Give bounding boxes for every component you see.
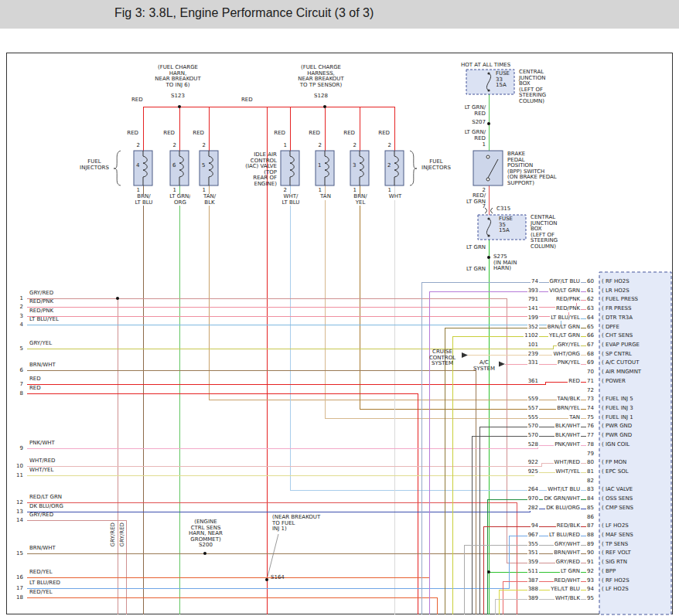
pin-wire-number: 239 bbox=[527, 352, 539, 358]
injector-feed-wire-label: RED bbox=[159, 131, 175, 137]
pin-number: 68 bbox=[586, 352, 595, 358]
stub-number: 16 bbox=[11, 575, 23, 581]
pin-wire-color: RED/PNK bbox=[555, 297, 581, 303]
pin-wire-color: RED/BLK bbox=[556, 523, 581, 529]
pcm-pin-label: ( DPFE bbox=[602, 325, 670, 331]
pin-number: 79 bbox=[586, 451, 595, 458]
stub-wire-label: RED/PNK bbox=[29, 299, 54, 305]
c315-pin-number: 7 bbox=[478, 204, 486, 210]
pin-wire-color: RED/WHT bbox=[554, 578, 582, 584]
stub-wire-label: RED bbox=[29, 376, 42, 383]
s207-label: S207 bbox=[466, 120, 486, 126]
pcm-pin-label: ( CHT SENS bbox=[602, 333, 670, 339]
stub-number: 18 bbox=[11, 595, 23, 601]
injector-feed-wire-label: RED bbox=[340, 131, 355, 137]
stub-number: 2 bbox=[11, 305, 23, 311]
pin-number: 64 bbox=[586, 315, 595, 322]
bus-wire-label: RED bbox=[241, 97, 260, 104]
stub-number: 14 bbox=[11, 518, 23, 524]
stub-number: 3 bbox=[11, 314, 23, 320]
c315-label: C315 bbox=[496, 206, 520, 213]
pcm-pin-label: ( FUEL INJ 1 bbox=[602, 415, 670, 421]
pin-wire-color: LT GRN bbox=[560, 569, 581, 575]
injector-number: 4 bbox=[136, 163, 139, 169]
s200-note: (ENGINE CTRL SENS HARN, NEAR GROMMET) S2… bbox=[186, 519, 226, 549]
pcm-pin-label: ( POWER bbox=[602, 379, 670, 385]
pin-number: 71 bbox=[586, 379, 595, 385]
pin-wire-color: WHT/BLK bbox=[554, 596, 581, 602]
stub-wire-label: RED/PNK bbox=[29, 308, 54, 315]
injector-wire-color: TAN bbox=[306, 194, 345, 200]
wire-label-ltgrn-red: LT GRN/ RED bbox=[453, 130, 486, 141]
stub-wire-label: RED/YEL bbox=[29, 590, 53, 596]
pcm-pin-label: ( IAC VALVE bbox=[602, 487, 670, 493]
pin-number: 87 bbox=[586, 523, 595, 529]
pin-number: 73 bbox=[586, 396, 595, 403]
fuel-injectors-label-right: FUEL INJECTORS bbox=[418, 159, 455, 171]
pin-wire-number: 199 bbox=[527, 315, 539, 322]
pin-wire-number: 264 bbox=[527, 487, 539, 493]
pcm-pin-label: ( A/C CUTOUT bbox=[602, 360, 670, 366]
pin-number: 83 bbox=[586, 487, 595, 493]
central-junction-box-label: CENTRAL JUNCTION BOX (LEFT OF STEERING C… bbox=[519, 70, 567, 105]
stub-wire-label: LT BLU/YEL bbox=[29, 317, 60, 323]
pin-wire-color: RED bbox=[568, 379, 581, 385]
stub-number: 11 bbox=[11, 473, 23, 479]
pin-number: 61 bbox=[586, 288, 595, 294]
pin-wire-number: 351 bbox=[527, 550, 539, 556]
pin-wire-color: GRY/YEL bbox=[557, 342, 581, 349]
pin-number: 90 bbox=[586, 550, 595, 556]
pcm-pin-label: ( MAF SENS bbox=[602, 533, 670, 539]
page: Fig 3: 3.8L, Engine Performance Circuit … bbox=[0, 0, 679, 616]
pin-wire-color: DK GRN/WHT bbox=[543, 496, 581, 502]
s123-label: S123 bbox=[161, 94, 195, 100]
pin-number: 76 bbox=[586, 424, 595, 430]
pin-wire-number: 352 bbox=[527, 325, 539, 331]
pin-wire-color: TAN bbox=[568, 415, 581, 421]
pin-wire-number: 528 bbox=[527, 442, 539, 448]
injector-feed-wire-label: RED bbox=[189, 131, 204, 137]
pin-number: 95 bbox=[586, 596, 595, 602]
bpp-pin-top: 1 bbox=[478, 142, 486, 148]
pin-wire-color: BLK/WHT bbox=[554, 424, 581, 430]
injector-number: 2 bbox=[387, 163, 391, 169]
pin-number: 65 bbox=[586, 325, 595, 331]
pcm-pin-label: ( RF HO2S bbox=[602, 279, 670, 285]
pcm-pin-label: ( FUEL INJ 5 bbox=[602, 396, 670, 403]
pin-wire-color: GRY/LT BLU bbox=[549, 279, 581, 285]
pin-wire-color: PNK/YEL bbox=[557, 360, 581, 366]
stub-number: 13 bbox=[11, 509, 23, 516]
pin-wire-color: WHT/ORG bbox=[552, 352, 581, 358]
pcm-pin-label: ( PWR GND bbox=[602, 424, 670, 430]
pin-wire-number: 355 bbox=[527, 542, 539, 548]
pin-wire-number: 387 bbox=[527, 578, 539, 584]
pin-number: 81 bbox=[586, 469, 595, 475]
pcm-pin-label: ( FUEL INJ 3 bbox=[602, 406, 670, 412]
pcm-pin-label: ( FR PRESS bbox=[602, 306, 670, 312]
pin-top-number: 2 bbox=[199, 143, 206, 149]
pin-wire-color: DK BLU/ORG bbox=[545, 505, 581, 512]
pin-number: 82 bbox=[586, 478, 595, 485]
pcm-pin-label: ( CMP SENS bbox=[602, 505, 670, 512]
pin-wire-color: RED/PNK bbox=[555, 306, 581, 312]
wire-label-ltgrn: LT GRN bbox=[461, 267, 486, 273]
splice-dot bbox=[116, 297, 119, 300]
pin-wire-number: 141 bbox=[527, 306, 539, 312]
pin-wire-color: BRN/YEL bbox=[556, 406, 581, 412]
stub-wire-label: LT BLU/RED bbox=[29, 580, 61, 587]
wire-label-ltgrn: LT GRN bbox=[461, 245, 486, 251]
pcm-pin-label: ( EVAP PURGE bbox=[602, 342, 670, 349]
stub-number: 10 bbox=[11, 464, 23, 470]
pin-number: 80 bbox=[586, 460, 595, 466]
pin-wire-color: PNK/WHT bbox=[554, 442, 581, 448]
pin-number: 62 bbox=[586, 297, 595, 303]
injector-wire-color: TAN/ BLK bbox=[190, 194, 229, 206]
pcm-pin-label: ( SIG RTN bbox=[602, 560, 670, 566]
pin-number: 63 bbox=[586, 306, 595, 312]
pin-number: 88 bbox=[586, 533, 595, 539]
pin-wire-color: VIO/LT GRN bbox=[548, 288, 581, 294]
pcm-pin-label: ( BPP bbox=[602, 569, 670, 575]
pin-wire-color: BRN/LT GRN bbox=[547, 325, 581, 331]
pin-wire-color: WHT/LT BLU bbox=[547, 487, 581, 493]
pin-wire-number: 74 bbox=[531, 279, 539, 285]
